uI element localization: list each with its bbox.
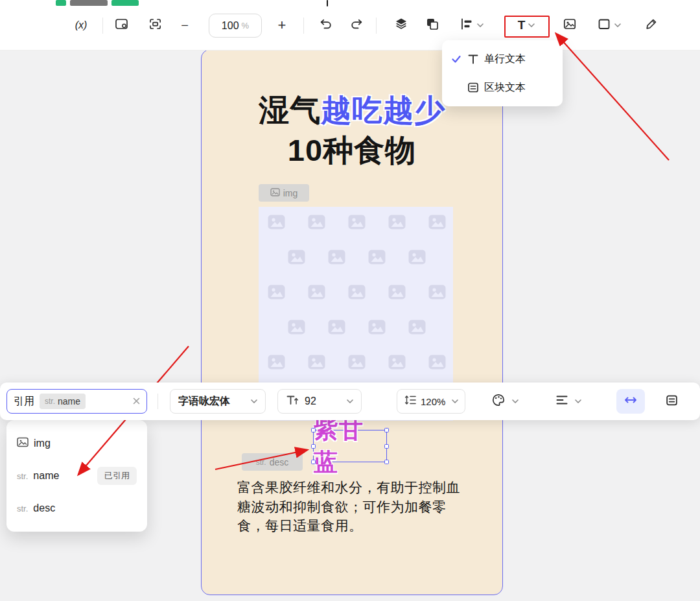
shape-tool-button[interactable] xyxy=(591,14,626,36)
toolbar-divider xyxy=(303,18,304,34)
image-glyph-icon xyxy=(288,250,305,267)
selection-handle[interactable] xyxy=(384,444,389,449)
image-glyph-icon xyxy=(368,250,386,267)
line-height-select[interactable]: 120% xyxy=(397,389,465,414)
chevron-down-icon xyxy=(347,399,353,403)
toolbar-divider xyxy=(158,394,158,409)
align-button[interactable] xyxy=(454,14,489,36)
fit-screen-button[interactable] xyxy=(144,14,166,36)
font-size-value: 92 xyxy=(305,395,316,407)
title-blue-part: 越吃越少 xyxy=(321,93,445,127)
clipped-header-fragment xyxy=(56,0,66,6)
referenced-badge: 已引用 xyxy=(97,467,137,485)
zoom-level-control[interactable]: 100 % xyxy=(209,14,262,38)
image-glyph-icon xyxy=(388,215,406,232)
field-item-label: name xyxy=(33,470,59,482)
selection-handle[interactable] xyxy=(311,444,316,449)
chevron-down-icon xyxy=(251,399,257,403)
group-button[interactable] xyxy=(421,14,443,36)
undo-button[interactable] xyxy=(315,14,337,36)
pen-icon xyxy=(644,17,659,34)
chevron-down-icon xyxy=(512,399,519,403)
image-glyph-icon xyxy=(388,285,406,302)
text-type-menu: 单行文本 区块文本 xyxy=(442,40,563,106)
align-icon xyxy=(460,17,474,34)
desc-chip-prefix: str. xyxy=(256,458,266,467)
font-family-select[interactable]: 字语咏宏体 xyxy=(170,389,266,414)
redo-icon xyxy=(349,17,364,34)
chevron-down-icon xyxy=(528,23,535,27)
zoom-unit: % xyxy=(242,21,250,30)
redo-button[interactable] xyxy=(345,14,368,36)
single-line-text-icon xyxy=(467,53,484,65)
selection-handle[interactable] xyxy=(384,428,389,432)
font-family-value: 字语咏宏体 xyxy=(178,395,230,408)
pen-tool-button[interactable] xyxy=(640,14,662,36)
text-align-control[interactable] xyxy=(552,389,585,414)
reference-chip[interactable]: str. name xyxy=(40,394,86,409)
layer-order-button[interactable] xyxy=(390,14,412,36)
zoom-in-button[interactable]: + xyxy=(272,14,292,36)
field-item-label: img xyxy=(34,438,51,449)
selection-handle[interactable] xyxy=(311,460,316,464)
toolbar-divider xyxy=(376,18,377,34)
text-tool-icon: T xyxy=(518,18,526,32)
menu-item-single-line-text[interactable]: 单行文本 xyxy=(442,45,563,73)
image-glyph-icon xyxy=(348,285,366,302)
menu-item-block-text[interactable]: 区块文本 xyxy=(442,73,563,102)
font-size-select[interactable]: 92 xyxy=(277,389,362,414)
image-glyph-icon xyxy=(308,355,325,372)
field-item-desc[interactable]: str. desc xyxy=(6,492,147,524)
image-glyph-icon xyxy=(408,320,426,337)
image-glyph-icon xyxy=(348,215,366,232)
field-item-label: desc xyxy=(33,502,55,514)
menu-item-label: 区块文本 xyxy=(484,81,526,95)
plus-icon: + xyxy=(278,17,286,34)
text-tool-button[interactable]: T xyxy=(507,14,546,36)
item-name-text: 紫甘蓝 xyxy=(314,414,386,478)
image-icon xyxy=(270,188,280,198)
font-size-icon xyxy=(286,394,299,408)
toolbar-divider xyxy=(102,18,103,34)
reference-chip-value: name xyxy=(58,396,80,407)
field-item-name[interactable]: str. name 已引用 xyxy=(6,460,147,492)
screenshot-button[interactable] xyxy=(110,14,132,36)
img-binding-chip[interactable]: img xyxy=(259,184,309,202)
line-height-value: 120% xyxy=(421,396,445,407)
desc-binding-chip[interactable]: str. desc xyxy=(242,453,303,471)
image-glyph-icon xyxy=(328,320,345,337)
image-glyph-icon xyxy=(428,355,446,372)
field-binding-menu: img str. name 已引用 str. desc xyxy=(6,420,147,532)
undo-icon xyxy=(319,17,333,34)
block-text-icon xyxy=(665,394,679,410)
item-description[interactable]: 富含果胶纤维和水分，有助于控制血糖波动和抑制食欲；可作为加餐零食，每日适量食用。 xyxy=(237,478,464,536)
rectangle-shape-icon xyxy=(597,17,611,34)
image-glyph-icon xyxy=(428,285,446,302)
check-icon xyxy=(451,54,467,64)
image-glyph-icon xyxy=(388,355,406,372)
image-glyph-icon xyxy=(268,355,285,372)
chevron-down-icon xyxy=(452,399,458,403)
clipped-header-fragment xyxy=(111,0,139,6)
zoom-value: 100 xyxy=(222,20,239,32)
field-item-img[interactable]: img xyxy=(6,427,147,460)
reference-binding-control[interactable]: 引用 str. name xyxy=(6,389,147,414)
block-text-icon xyxy=(467,81,484,94)
selection-handle[interactable] xyxy=(311,428,316,432)
insert-image-button[interactable] xyxy=(559,14,581,36)
image-glyph-icon xyxy=(268,215,285,232)
horizontal-arrows-icon xyxy=(624,395,638,408)
close-icon[interactable] xyxy=(133,395,140,407)
block-text-button[interactable] xyxy=(659,389,684,414)
image-glyph-icon xyxy=(308,285,325,302)
selected-text-element[interactable]: 紫甘蓝 xyxy=(313,430,387,462)
text-color-control[interactable] xyxy=(488,389,522,414)
variable-button[interactable]: (x) xyxy=(67,14,95,36)
poster-canvas[interactable]: 湿气越吃越少 10种食物 img str. desc 紫甘蓝 富含果胶纤维和水分… xyxy=(201,49,503,595)
zoom-out-button[interactable]: − xyxy=(175,14,194,36)
variable-icon: (x) xyxy=(75,19,88,31)
image-glyph-icon xyxy=(268,285,285,302)
chevron-down-icon xyxy=(614,23,621,27)
horizontal-resize-button[interactable] xyxy=(616,389,645,414)
selection-handle[interactable] xyxy=(384,460,389,464)
